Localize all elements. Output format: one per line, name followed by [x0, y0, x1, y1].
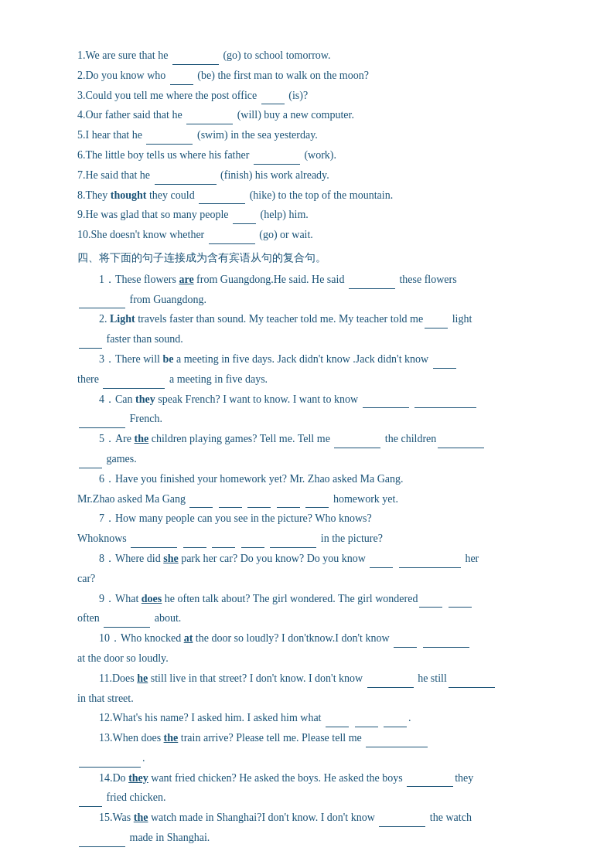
bold-the2: the [164, 732, 179, 744]
bold-they2: they [128, 772, 148, 784]
bold-they: they [135, 393, 155, 405]
blank-p4-6-1 [189, 507, 213, 508]
blank-p4-15-1 [379, 826, 425, 827]
blank-9-1 [233, 223, 256, 224]
blank-8-1 [199, 203, 245, 204]
bold-light: Light [110, 313, 135, 325]
blank-p4-9-3 [104, 627, 150, 628]
blank-p4-10-2 [423, 647, 469, 648]
blank-p4-14-1 [407, 786, 453, 787]
bold-he2: he [137, 672, 148, 684]
p4-exercise-5-a: games. [77, 450, 552, 468]
p4-exercise-4-a: French. [77, 410, 552, 428]
p4-exercise-7-a: Whoknows in the picture? [77, 529, 552, 548]
blank-p4-1-1 [349, 288, 395, 289]
blank-p4-5-1 [334, 448, 380, 448]
blank-p4-8-1 [370, 567, 393, 568]
p4-exercise-14-a: fried chicken. [77, 788, 552, 807]
part4-section: 1．These flowers are from Guangdong.He sa… [77, 271, 552, 847]
blank-p4-4-2 [414, 407, 476, 408]
p4-exercise-13-a: . [77, 749, 552, 768]
bold-she: she [163, 553, 178, 564]
blank-p4-2-1 [425, 328, 448, 328]
blank-p4-10-1 [394, 647, 417, 648]
blank-7-1 [155, 184, 217, 185]
p4-exercise-15-a: made in Shanghai. [77, 829, 552, 847]
p4-exercise-9-a: often about. [77, 609, 552, 628]
p4-exercise-3-q: 3．There will be a meeting in five days. … [77, 350, 552, 369]
blank-p4-4-3 [79, 427, 125, 428]
blank-p4-13-1 [366, 747, 428, 747]
blank-p4-11-1 [367, 687, 414, 688]
exercise-9: 9.He was glad that so many people (help)… [77, 206, 552, 224]
p4-exercise-2-q: 2. Light travels faster than sound. My t… [77, 310, 552, 328]
p4-exercise-5-q: 5．Are the children playing games? Tell m… [77, 430, 552, 448]
blank-p4-6-3 [247, 507, 271, 508]
bold-are: are [179, 274, 193, 285]
blank-2-1 [170, 84, 193, 85]
blank-p4-5-3 [79, 468, 102, 468]
blank-p4-4-1 [363, 407, 409, 408]
p4-exercise-3-a: there a meeting in five days. [77, 370, 552, 389]
p4-exercise-6-a: Mr.Zhao asked Ma Gang homework yet. [77, 490, 552, 509]
blank-3-1 [261, 104, 285, 104]
blank-p4-2-2 [79, 348, 102, 349]
p4-exercise-7-q: 7．How many people can you see in the pic… [77, 509, 552, 528]
exercise-5: 5.I hear that he (swim) in the sea yeste… [77, 126, 552, 145]
exercise-2: 2.Do you know who (be) the first man to … [77, 66, 552, 85]
blank-p4-6-4 [277, 507, 300, 508]
p4-exercise-14-q: 14.Do they want fried chicken? He asked … [77, 769, 552, 788]
p4-exercise-2-a: faster than sound. [77, 330, 552, 349]
blank-p4-7-4 [241, 547, 264, 548]
exercise-6: 6.The little boy tells us where his fath… [77, 146, 552, 165]
part3-section: 1.We are sure that he (go) to school tom… [77, 46, 552, 244]
p4-exercise-11-q: 11.Does he still live in that street? I … [77, 669, 552, 688]
bold-thought: thought [111, 189, 147, 201]
bold-at: at [184, 632, 193, 644]
p4-exercise-1-q: 1．These flowers are from Guangdong.He sa… [77, 271, 552, 289]
bold-does: does [142, 593, 162, 604]
blank-p4-11-2 [449, 687, 495, 688]
blank-p4-8-2 [399, 567, 461, 568]
blank-p4-13-2 [79, 767, 141, 768]
blank-6-1 [254, 164, 300, 165]
blank-p4-3-1 [433, 368, 456, 369]
p4-exercise-13-q: 13.When does the train arrive? Please te… [77, 729, 552, 747]
exercise-3: 3.Could you tell me where the post offic… [77, 87, 552, 105]
blank-p4-7-1 [131, 547, 177, 548]
blank-p4-12-3 [384, 727, 407, 727]
blank-p4-12-2 [355, 727, 378, 727]
blank-p4-15-2 [79, 846, 125, 847]
blank-p4-12-1 [326, 727, 349, 727]
blank-p4-9-2 [449, 607, 472, 608]
blank-10-1 [209, 243, 255, 244]
bold-the3: the [134, 812, 148, 823]
blank-p4-3-2 [103, 388, 165, 389]
bold-the: the [135, 433, 149, 444]
blank-p4-6-2 [219, 507, 242, 508]
blank-p4-6-5 [305, 507, 329, 508]
p4-exercise-15-q: 15.Was the watch made in Shanghai?I don'… [77, 808, 552, 827]
page-content: 1.We are sure that he (go) to school tom… [77, 46, 552, 847]
exercise-8: 8.They thought they could (hike) to the … [77, 186, 552, 205]
exercise-4: 4.Our father said that he (will) buy a n… [77, 106, 552, 124]
blank-p4-1-2 [79, 308, 125, 308]
p4-exercise-11-a: in that street. [77, 689, 552, 708]
blank-p4-9-1 [419, 607, 442, 608]
exercise-7: 7.He said that he (finish) his work alre… [77, 166, 552, 185]
blank-p4-7-2 [183, 547, 206, 548]
blank-4-1 [186, 124, 233, 124]
exercise-1: 1.We are sure that he (go) to school tom… [77, 46, 552, 65]
blank-p4-5-2 [438, 448, 484, 448]
p4-exercise-4-q: 4．Can they speak French? I want to know.… [77, 390, 552, 409]
p4-exercise-6-q: 6．Have you finished your homework yet? M… [77, 470, 552, 488]
p4-exercise-8-a: car? [77, 570, 552, 588]
bold-be: be [162, 353, 173, 365]
blank-p4-14-2 [79, 806, 102, 807]
p4-exercise-8-q: 8．Where did she park her car? Do you kno… [77, 550, 552, 568]
blank-1-1 [172, 64, 219, 65]
section4-header: 四、将下面的句子连接成为含有宾语从句的复合句。 [77, 249, 552, 267]
p4-exercise-9-q: 9．What does he often talk about? The gir… [77, 590, 552, 608]
blank-5-1 [146, 144, 193, 145]
p4-exercise-1-a: from Guangdong. [77, 291, 552, 309]
